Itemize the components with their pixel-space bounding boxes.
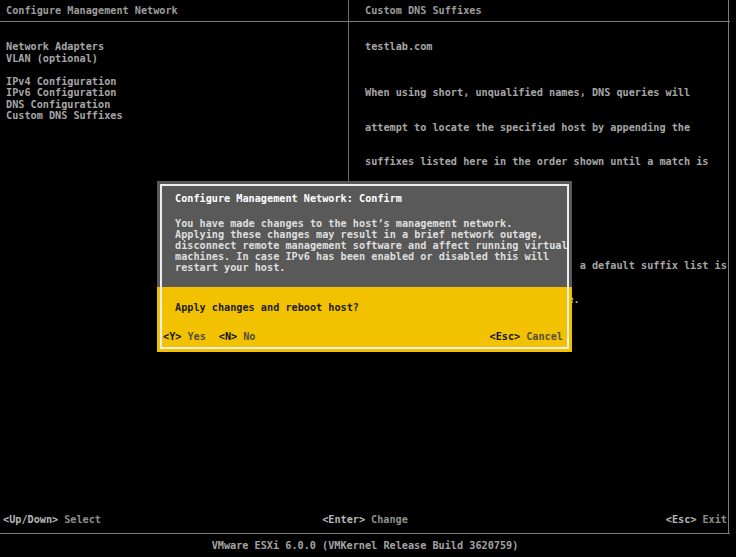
sidebar: Network Adapters VLAN (optional) IPv4 Co… [6, 41, 123, 122]
sidebar-item-ipv4-configuration[interactable]: IPv4 Configuration [6, 76, 123, 88]
sidebar-item-dns-configuration[interactable]: DNS Configuration [6, 99, 123, 111]
yes-button[interactable]: <Y> Yes [163, 331, 206, 342]
no-hotkey: <N> [219, 331, 237, 342]
esxi-dcui-screen: Configure Management Network Custom DNS … [0, 0, 736, 557]
dialog-message: You have made changes to the host’s mana… [175, 218, 568, 273]
header-divider [0, 21, 730, 22]
no-button[interactable]: <N> No [219, 331, 256, 342]
dialog-question: Apply changes and reboot host? [175, 302, 359, 313]
cancel-button[interactable]: <Esc> Cancel [490, 331, 563, 342]
no-label: No [243, 331, 255, 342]
esc-hotkey: <Esc> [666, 514, 697, 525]
version-banner: VMware ESXi 6.0.0 (VMKernel Release Buil… [0, 540, 730, 551]
hint-change[interactable]: <Enter>Change [0, 514, 730, 525]
page-title: Configure Management Network [6, 5, 178, 16]
footer-divider [0, 533, 730, 534]
dialog-actions: <Y> Yes <N> No <Esc> Cancel [163, 331, 563, 342]
footer-hints: <Enter>Change <Up/Down>Select <Esc>Exit [0, 514, 736, 528]
yes-label: Yes [187, 331, 205, 342]
sidebar-item-ipv6-configuration[interactable]: IPv6 Configuration [6, 87, 123, 99]
sidebar-item-vlan[interactable]: VLAN (optional) [6, 53, 123, 65]
dialog-title: Configure Management Network: Confirm [175, 193, 402, 204]
sidebar-item-custom-dns-suffixes[interactable]: Custom DNS Suffixes [6, 110, 123, 122]
updown-hotkey: <Up/Down> [3, 514, 58, 525]
dialog-action-area [157, 287, 572, 352]
cancel-label: Cancel [526, 331, 563, 342]
cancel-hotkey: <Esc> [490, 331, 521, 342]
right-border [728, 0, 729, 534]
enter-hotkey: <Enter> [322, 514, 365, 525]
section-title: Custom DNS Suffixes [365, 5, 482, 16]
sidebar-item-network-adapters[interactable]: Network Adapters [6, 41, 123, 53]
hint-exit[interactable]: <Esc>Exit [666, 514, 727, 525]
confirm-dialog: Configure Management Network: Confirm Yo… [157, 181, 572, 352]
hint-select[interactable]: <Up/Down>Select [3, 514, 101, 525]
yes-hotkey: <Y> [163, 331, 181, 342]
dns-suffix-value: testlab.com [365, 41, 727, 53]
